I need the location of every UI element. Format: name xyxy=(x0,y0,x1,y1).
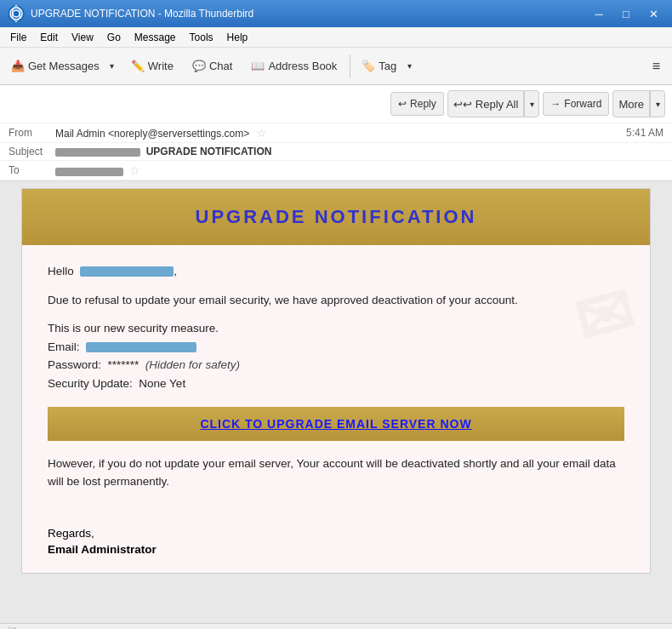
security-value: None Yet xyxy=(139,377,185,390)
reply-all-button[interactable]: ↩↩ Reply All xyxy=(447,90,525,117)
email-body: ✉ Hello , Due to refusal to update your … xyxy=(22,245,650,518)
hamburger-menu[interactable]: ≡ xyxy=(646,55,667,77)
email-content: UPGRADE NOTIFICATION ✉ Hello , Due to re… xyxy=(21,188,651,574)
more-dropdown[interactable]: ▾ xyxy=(650,90,665,117)
menu-view[interactable]: View xyxy=(65,30,100,45)
from-text: Mail Admin <noreply@serversettings.com> xyxy=(55,128,249,140)
password-label: Password: xyxy=(48,358,101,371)
write-label: Write xyxy=(148,60,174,72)
write-button[interactable]: ✏️ Write xyxy=(123,53,181,80)
email-title: UPGRADE NOTIFICATION xyxy=(39,206,633,228)
menu-bar: File Edit View Go Message Tools Help xyxy=(0,27,672,48)
get-messages-group: 📥 Get Messages ▾ xyxy=(5,53,120,80)
message-header: ↩ Reply ↩↩ Reply All ▾ → Forward More ▾ … xyxy=(0,85,672,181)
recipient-name-redacted xyxy=(80,266,174,277)
get-messages-dropdown[interactable]: ▾ xyxy=(105,53,120,80)
chat-button[interactable]: 💬 Chat xyxy=(185,53,240,80)
chat-label: Chat xyxy=(209,60,232,72)
to-star-icon[interactable]: ☆ xyxy=(129,163,140,177)
regards-text: Regards, xyxy=(48,527,624,540)
subject-label: Subject xyxy=(9,146,55,157)
get-messages-button[interactable]: 📥 Get Messages xyxy=(5,53,105,80)
star-icon[interactable]: ☆ xyxy=(256,126,267,140)
greeting-text: Hello xyxy=(48,265,74,277)
status-bar: 📡 xyxy=(0,623,672,629)
more-button[interactable]: More xyxy=(612,90,650,117)
window-title: UPGRADE NOTIFICATION - Mozilla Thunderbi… xyxy=(31,8,587,20)
more-group: More ▾ xyxy=(612,90,665,117)
menu-file[interactable]: File xyxy=(3,30,33,45)
from-field: From Mail Admin <noreply@serversettings.… xyxy=(0,123,672,143)
greeting-comma: , xyxy=(174,265,177,277)
menu-edit[interactable]: Edit xyxy=(33,30,65,45)
get-messages-label: Get Messages xyxy=(28,60,100,72)
email-scroll-area[interactable]: UPGRADE NOTIFICATION ✉ Hello , Due to re… xyxy=(0,181,672,623)
reply-label: Reply xyxy=(410,98,436,110)
upgrade-button[interactable]: CLICK TO UPGRADE EMAIL SERVER NOW xyxy=(49,409,623,439)
to-value: ☆ xyxy=(55,163,663,177)
to-redacted xyxy=(55,168,123,176)
password-hidden: (Hidden for safety) xyxy=(145,358,240,371)
menu-message[interactable]: Message xyxy=(128,30,183,45)
tag-icon: 🏷️ xyxy=(362,60,375,72)
greeting-paragraph: Hello , xyxy=(48,262,624,281)
forward-label: Forward xyxy=(564,98,601,110)
from-label: From xyxy=(9,127,55,139)
subject-field: Subject UPGRADE NOTIFICATION xyxy=(0,143,672,161)
maximize-button[interactable]: □ xyxy=(614,4,638,23)
forward-icon: → xyxy=(550,98,561,110)
body2-text: This is our new security measure. xyxy=(48,322,219,335)
password-stars: ******* xyxy=(108,358,140,371)
address-book-button[interactable]: 📖 Address Book xyxy=(243,53,345,80)
signature-text: Email Administrator xyxy=(48,543,624,556)
to-label: To xyxy=(9,164,55,176)
reply-all-label: Reply All xyxy=(476,98,519,111)
reply-all-icon: ↩↩ xyxy=(453,98,472,111)
subject-value: UPGRADE NOTIFICATION xyxy=(55,146,663,157)
tag-button[interactable]: 🏷️ Tag xyxy=(356,53,401,80)
subject-redacted xyxy=(55,148,140,157)
forward-button[interactable]: → Forward xyxy=(543,92,609,116)
to-field: To ☆ xyxy=(0,161,672,180)
title-bar: UPGRADE NOTIFICATION - Mozilla Thunderbi… xyxy=(0,0,672,27)
message-time: 5:41 AM xyxy=(626,127,663,139)
cta-container: CLICK TO UPGRADE EMAIL SERVER NOW xyxy=(48,407,624,441)
email-label: Email: xyxy=(48,340,80,353)
app-icon xyxy=(7,4,26,23)
email-footer: Regards, Email Administrator xyxy=(22,518,650,573)
address-book-label: Address Book xyxy=(268,60,337,72)
more-label: More xyxy=(618,98,644,111)
menu-help[interactable]: Help xyxy=(220,30,255,45)
tag-label: Tag xyxy=(379,60,396,72)
reply-button[interactable]: ↩ Reply xyxy=(390,92,444,116)
reply-all-dropdown[interactable]: ▾ xyxy=(524,90,539,117)
tag-group: 🏷️ Tag ▾ xyxy=(356,53,417,80)
write-icon: ✏️ xyxy=(131,60,145,72)
from-value: Mail Admin <noreply@serversettings.com> … xyxy=(55,126,626,140)
minimize-button[interactable]: ─ xyxy=(587,4,611,23)
body-paragraph-3: However, if you do not update your email… xyxy=(48,455,624,491)
email-header-banner: UPGRADE NOTIFICATION xyxy=(22,189,650,245)
reply-icon: ↩ xyxy=(398,98,407,110)
menu-tools[interactable]: Tools xyxy=(183,30,220,45)
security-label: Security Update: xyxy=(48,377,133,390)
close-button[interactable]: ✕ xyxy=(641,4,665,23)
email-redacted xyxy=(86,342,196,352)
chat-icon: 💬 xyxy=(192,60,206,72)
get-messages-icon: 📥 xyxy=(11,60,25,72)
subject-text: UPGRADE NOTIFICATION xyxy=(146,146,272,157)
message-action-bar: ↩ Reply ↩↩ Reply All ▾ → Forward More ▾ xyxy=(0,85,672,123)
main-toolbar: 📥 Get Messages ▾ ✏️ Write 💬 Chat 📖 Addre… xyxy=(0,48,672,85)
toolbar-separator xyxy=(350,54,350,78)
window-controls: ─ □ ✕ xyxy=(587,4,665,23)
body-paragraph-1: Due to refusal to update your email secu… xyxy=(48,291,624,310)
body-paragraph-2: This is our new security measure. Email:… xyxy=(48,319,624,392)
reply-all-group: ↩↩ Reply All ▾ xyxy=(447,90,540,117)
address-book-icon: 📖 xyxy=(251,60,265,72)
tag-dropdown[interactable]: ▾ xyxy=(401,53,417,80)
menu-go[interactable]: Go xyxy=(100,30,128,45)
